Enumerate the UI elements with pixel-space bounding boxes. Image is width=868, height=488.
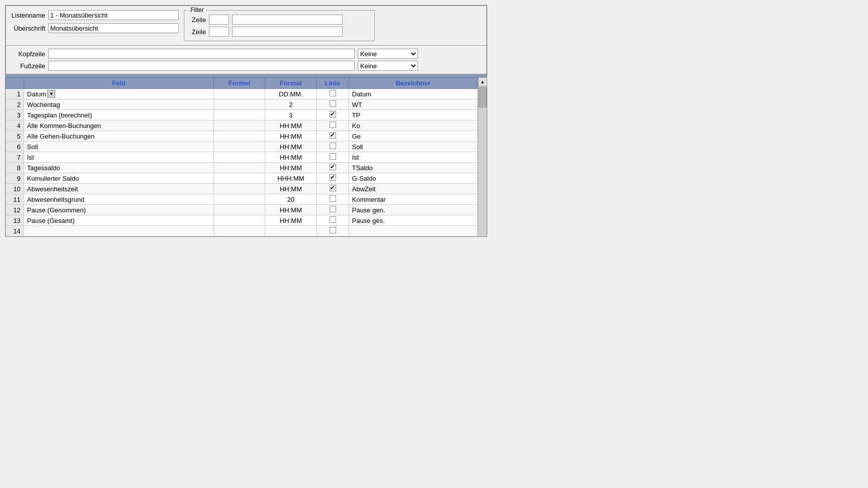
row-num-11: 11: [6, 194, 24, 205]
linie-checkbox-11[interactable]: [330, 195, 336, 202]
linie-checkbox-14[interactable]: [330, 227, 336, 233]
table-row: 6SollHH:MMSoll: [6, 142, 478, 152]
linie-checkbox-10[interactable]: [330, 185, 336, 191]
filter-row-2: Zeile: [188, 27, 370, 37]
linie-cell-12[interactable]: [316, 205, 349, 215]
kopfzeile-select[interactable]: Keine: [358, 49, 418, 59]
ueberschrift-label: Überschrift: [10, 25, 45, 32]
linie-checkbox-8[interactable]: [330, 164, 336, 170]
bezeichner-cell-4: Ko: [349, 120, 477, 131]
feld-text-1: Datum: [27, 90, 46, 98]
filter-zeile1-label: Zeile: [188, 16, 206, 24]
kopfzeile-label: Kopfzeile: [10, 50, 45, 58]
row-num-2: 2: [6, 99, 24, 110]
linie-checkbox-5[interactable]: [330, 132, 336, 139]
linie-cell-10[interactable]: [316, 184, 349, 194]
bezeichner-cell-2: WT: [349, 99, 477, 110]
listenname-input[interactable]: [48, 10, 179, 20]
th-formel: Formel: [213, 78, 265, 89]
linie-cell-1[interactable]: [316, 89, 349, 99]
table-row: 9Kumulierter SaldoHHH:MMG-Saldo: [6, 173, 478, 184]
table-area: Feld Formel Format Linie Bezeichner 1Dat…: [6, 77, 478, 236]
feld-cell-9: Kumulierter Saldo: [24, 173, 213, 184]
bezeichner-cell-12: Pause gen.: [349, 205, 477, 215]
scroll-up-button[interactable]: ▲: [478, 77, 487, 86]
table-row: 1Datum▼DD.MM.Datum: [6, 89, 478, 99]
format-cell-7: HH:MM: [265, 152, 316, 163]
row-num-7: 7: [6, 152, 24, 163]
linie-checkbox-9[interactable]: [330, 174, 336, 181]
formel-cell-12: [213, 205, 265, 215]
linie-checkbox-6[interactable]: [330, 143, 336, 149]
linie-cell-8[interactable]: [316, 163, 349, 173]
filter-zeile2-label: Zeile: [188, 28, 206, 36]
feld-dropdown-btn-1[interactable]: ▼: [47, 90, 55, 98]
linie-cell-3[interactable]: [316, 110, 349, 120]
row-num-1: 1: [6, 89, 24, 99]
format-cell-2: 2: [265, 99, 316, 110]
formel-cell-14: [213, 226, 265, 236]
filter-box: Filter Zeile Zeile: [184, 10, 375, 41]
table-row: 12Pause (Genommen)HH:MMPause gen.: [6, 205, 478, 215]
linie-checkbox-3[interactable]: [330, 111, 336, 117]
ueberschrift-input[interactable]: [48, 23, 179, 33]
table-row: 5Alle Gehen-BuchungenHH:MMGe: [6, 131, 478, 142]
bezeichner-cell-1: Datum: [349, 89, 477, 99]
bezeichner-cell-7: Ist: [349, 152, 477, 163]
feld-cell-3: Tagesplan (berechnet): [24, 110, 213, 120]
linie-checkbox-2[interactable]: [330, 100, 336, 107]
table-row: 14: [6, 226, 478, 236]
format-cell-6: HH:MM: [265, 142, 316, 152]
formel-cell-13: [213, 215, 265, 226]
scroll-thumb[interactable]: [479, 87, 487, 107]
format-cell-4: HH:MM: [265, 120, 316, 131]
scrollbar[interactable]: ▲: [478, 77, 487, 236]
linie-cell-5[interactable]: [316, 131, 349, 142]
filter-zeile2-small[interactable]: [209, 27, 229, 37]
linie-cell-11[interactable]: [316, 194, 349, 205]
linie-cell-13[interactable]: [316, 215, 349, 226]
filter-legend: Filter: [188, 7, 206, 14]
left-fields: Listenname Überschrift: [10, 10, 179, 33]
linie-cell-14[interactable]: [316, 226, 349, 236]
linie-checkbox-13[interactable]: [330, 216, 336, 223]
linie-cell-6[interactable]: [316, 142, 349, 152]
format-cell-11: 20: [265, 194, 316, 205]
formel-cell-3: [213, 110, 265, 120]
linie-checkbox-1[interactable]: [330, 90, 336, 96]
fusszeile-select[interactable]: Keine: [358, 61, 418, 71]
format-cell-1: DD.MM.: [265, 89, 316, 99]
kopfzeile-row: Kopfzeile Keine: [10, 49, 482, 59]
table-row: 4Alle Kommen-BuchungenHH:MMKo: [6, 120, 478, 131]
table-wrapper: Feld Formel Format Linie Bezeichner 1Dat…: [6, 77, 487, 236]
linie-cell-4[interactable]: [316, 120, 349, 131]
row-num-10: 10: [6, 184, 24, 194]
formel-cell-8: [213, 163, 265, 173]
feld-cell-2: Wochentag: [24, 99, 213, 110]
row-num-4: 4: [6, 120, 24, 131]
row-num-14: 14: [6, 226, 24, 236]
listenname-label: Listenname: [10, 12, 45, 19]
row-num-12: 12: [6, 205, 24, 215]
feld-cell-7: Ist: [24, 152, 213, 163]
bezeichner-cell-9: G-Saldo: [349, 173, 477, 184]
kopfzeile-input[interactable]: [48, 49, 355, 59]
filter-zeile2-large[interactable]: [232, 27, 343, 37]
linie-cell-2[interactable]: [316, 99, 349, 110]
feld-dropdown-1: Datum▼: [27, 90, 210, 98]
filter-zeile1-large[interactable]: [232, 15, 343, 25]
linie-checkbox-4[interactable]: [330, 121, 336, 128]
bezeichner-cell-14: [349, 226, 477, 236]
filter-zeile1-small[interactable]: [209, 15, 229, 25]
linie-cell-9[interactable]: [316, 173, 349, 184]
bezeichner-cell-8: TSaldo: [349, 163, 477, 173]
linie-checkbox-12[interactable]: [330, 206, 336, 212]
format-cell-3: 3: [265, 110, 316, 120]
table-row: 8TagessaldoHH:MMTSaldo: [6, 163, 478, 173]
fusszeile-input[interactable]: [48, 61, 355, 71]
table-row: 7IstHH:MMIst: [6, 152, 478, 163]
feld-cell-1[interactable]: Datum▼: [24, 89, 213, 99]
bezeichner-cell-5: Ge: [349, 131, 477, 142]
linie-cell-7[interactable]: [316, 152, 349, 163]
linie-checkbox-7[interactable]: [330, 153, 336, 160]
